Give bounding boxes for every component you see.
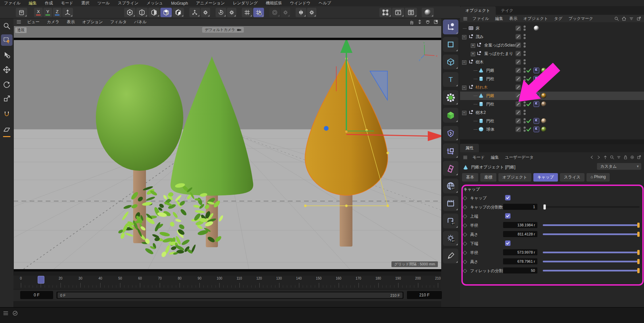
keyframe-diamond-icon[interactable]	[463, 196, 467, 200]
menu-item-ヘルプ[interactable]: ヘルプ	[315, 0, 335, 6]
tree-row-円錐[interactable]: 円錐	[460, 66, 644, 75]
material-tag-icon[interactable]	[541, 76, 547, 82]
viewport[interactable]: 透視 デフォルトカメラ Y Z	[13, 26, 441, 271]
viewport-menu-ビュー[interactable]: ビュー	[24, 19, 43, 25]
material-tag-icon[interactable]	[541, 126, 547, 132]
menu-item-機能拡張[interactable]: 機能拡張	[262, 0, 286, 6]
layer-pencil-icon[interactable]	[515, 59, 521, 65]
grid-snap-lock-icon[interactable]	[253, 8, 264, 17]
tree-row-全葉っぱのSclass[interactable]: +全葉っぱのSclass	[460, 41, 644, 50]
phong-tag-icon[interactable]	[533, 126, 539, 132]
orbit-icon[interactable]	[425, 19, 430, 25]
symmetry-gear-icon[interactable]	[307, 8, 316, 17]
menu-item-作成[interactable]: 作成	[41, 0, 57, 6]
enabled-check-icon[interactable]	[526, 68, 532, 73]
layer-pencil-icon[interactable]	[515, 126, 521, 132]
value-field-キャップの分割数[interactable]: 1	[503, 204, 537, 210]
tree-label[interactable]: 全葉っぱのSclass	[484, 42, 517, 48]
layer-pencil-icon[interactable]	[515, 93, 521, 99]
menu-item-選択[interactable]: 選択	[77, 0, 93, 6]
om-menu-タグ[interactable]: タグ	[551, 16, 566, 22]
layer-pencil-icon[interactable]	[515, 76, 521, 82]
om-menu-編集[interactable]: 編集	[492, 16, 506, 22]
menu-item-スプライン[interactable]: スプライン	[114, 0, 142, 6]
object-manager-tree[interactable]: 床−茂み+全葉っぱのSclass+葉っぱかたまり−樹木円錐円柱−枯れ木円錐円柱−…	[460, 22, 644, 139]
texture-mode-icon[interactable]: T	[443, 72, 458, 87]
attr-tab-オブジェクト[interactable]: オブジェクト	[498, 173, 531, 182]
axis-mode-icon[interactable]	[443, 143, 458, 158]
tree-label[interactable]: 茂み	[476, 34, 484, 40]
tab-attributes[interactable]: 属性	[460, 144, 479, 152]
scale-tool-icon[interactable]	[1, 93, 12, 104]
keyframe-diamond-icon[interactable]	[463, 214, 467, 219]
material-ball-icon[interactable]	[422, 8, 434, 17]
hex-points-icon[interactable]	[124, 8, 136, 17]
keyframe-diamond-icon[interactable]	[463, 205, 467, 209]
expand-expand-icon[interactable]: +	[471, 43, 475, 48]
om-menu-ブックマーク[interactable]: ブックマーク	[565, 16, 596, 22]
phong-tag-icon[interactable]	[533, 101, 539, 107]
layer-pencil-icon[interactable]	[515, 84, 521, 90]
visibility-dots-icon[interactable]	[523, 59, 526, 65]
tree-row-樹木2[interactable]: −樹木2	[460, 108, 644, 117]
hex-polygons-icon[interactable]	[148, 8, 160, 17]
menu-item-メッシュ[interactable]: メッシュ	[143, 0, 167, 6]
value-field-高さ[interactable]: 678.7961 r	[503, 258, 537, 264]
filter-icon[interactable]	[616, 155, 621, 160]
checkbox-下端[interactable]	[505, 240, 510, 246]
maximize-view-icon[interactable]	[433, 19, 439, 25]
value-field-半径[interactable]: 573.9978 r	[503, 249, 537, 255]
keyframe-diamond-icon[interactable]	[463, 260, 467, 264]
tree-row-円柱[interactable]: 円柱	[460, 75, 644, 83]
axis-lock-z[interactable]: Z	[53, 8, 62, 17]
render-settings-icon[interactable]	[405, 8, 417, 17]
enabled-check-icon[interactable]	[526, 127, 532, 132]
layer-pencil-icon[interactable]	[515, 51, 521, 57]
value-field-フィレットの分割数[interactable]: 50	[503, 267, 537, 273]
expand-collapse-icon[interactable]: −	[462, 86, 466, 90]
rotation-gear-icon[interactable]	[227, 8, 236, 17]
material-tag-icon[interactable]	[541, 118, 547, 124]
up-icon[interactable]	[603, 155, 608, 160]
phong-tag-icon[interactable]	[533, 67, 539, 73]
visibility-dots-icon[interactable]	[523, 109, 526, 116]
filter-icon[interactable]	[629, 16, 634, 21]
attr-tab-スライス[interactable]: スライス	[560, 173, 584, 182]
tree-label[interactable]: 円錐	[486, 93, 494, 99]
live-selection-icon[interactable]	[1, 34, 12, 46]
axis-lock-x[interactable]: X	[34, 8, 43, 17]
attr-tab-キャップ[interactable]: キャップ	[533, 173, 558, 182]
enable-snap-icon[interactable]	[1, 108, 12, 120]
expand-expand-icon[interactable]: +	[471, 52, 475, 56]
menu-item-モード[interactable]: モード	[57, 0, 77, 6]
viewport-menu-カメラ[interactable]: カメラ	[43, 19, 63, 25]
ik-tool-icon[interactable]	[189, 8, 200, 17]
take-st-icon[interactable]: ST	[443, 214, 458, 228]
layer-pencil-icon[interactable]	[515, 42, 521, 48]
spline-pen-icon[interactable]	[443, 126, 458, 141]
volume-mode-icon[interactable]	[443, 108, 458, 123]
material-tag-icon[interactable]	[541, 101, 547, 107]
pan-hand-icon[interactable]	[409, 19, 414, 25]
tree-row-葉っぱかたまり[interactable]: +葉っぱかたまり	[460, 50, 644, 58]
attr-menu-ユーザーデータ[interactable]: ユーザーデータ	[502, 155, 537, 160]
tree-label[interactable]: 円柱	[486, 101, 494, 107]
menu-item-ツール[interactable]: ツール	[93, 0, 114, 6]
slider-半径[interactable]	[543, 224, 640, 226]
tree-row-円錐-selected[interactable]: 円錐	[460, 92, 644, 100]
slider-キャップの分割数[interactable]	[543, 206, 640, 208]
menu-item-レンダリング[interactable]: レンダリング	[229, 0, 262, 6]
search-icon[interactable]	[610, 155, 614, 160]
axis-lock-y[interactable]: Y	[43, 8, 52, 17]
om-menu-ファイル[interactable]: ファイル	[469, 16, 492, 22]
zoom-updown-icon[interactable]	[417, 19, 422, 25]
hex-edges-icon[interactable]	[136, 8, 148, 17]
layer-pencil-icon[interactable]	[515, 67, 521, 73]
enabled-check-icon[interactable]	[526, 93, 532, 99]
tree-label[interactable]: 葉っぱかたまり	[484, 51, 513, 57]
object-mode-icon[interactable]	[443, 37, 458, 52]
lock-icon[interactable]	[623, 155, 628, 160]
om-tab-オブジェクト[interactable]: オブジェクト	[460, 6, 496, 15]
slider-半径[interactable]	[543, 252, 640, 253]
attr-menu-モード[interactable]: モード	[469, 155, 488, 160]
